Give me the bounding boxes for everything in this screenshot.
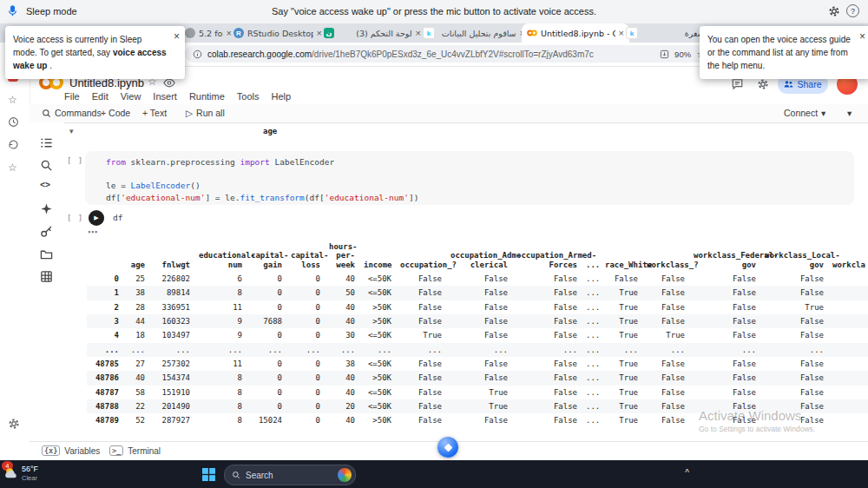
connect-button[interactable]: Connect ▾ (784, 108, 825, 118)
table-cell: False (760, 272, 828, 286)
taskbar-search[interactable]: Search (224, 465, 356, 485)
search-highlights-icon (338, 468, 352, 482)
table-cell: ... (286, 343, 325, 357)
favorites-star-icon[interactable]: ☆ (8, 94, 17, 106)
commands-button[interactable]: Commands (42, 108, 102, 118)
table-cell: ... (325, 343, 359, 357)
search-icon (232, 471, 240, 479)
table-cell: ... (582, 399, 601, 413)
menu-help[interactable]: Help (272, 91, 292, 102)
section-collapse-chevron-icon[interactable]: ▾ (69, 127, 74, 135)
tray-expand-icon[interactable]: ^ (685, 468, 689, 478)
menu-insert[interactable]: Insert (153, 91, 177, 102)
table-of-contents-icon[interactable] (40, 136, 53, 149)
browser-tab-active-colab[interactable]: Untitled8.ipynb - Colal × (522, 23, 629, 43)
secrets-key-icon[interactable] (40, 225, 53, 238)
windows-taskbar: 4 56°F Clear Search (0, 460, 868, 488)
weather-temp[interactable]: 56°F (22, 465, 38, 473)
zoom-level[interactable]: 90% (674, 49, 691, 59)
variables-button[interactable]: {x} Variables (42, 445, 100, 456)
menu-file[interactable]: File (64, 91, 80, 102)
close-icon[interactable]: × (859, 29, 865, 44)
menu-edit[interactable]: Edit (92, 91, 108, 102)
browser-tab-3[interactable]: ن لوحة التحكم (3) × (319, 23, 426, 43)
table-cell: False (642, 286, 689, 300)
table-cell: True (396, 328, 446, 342)
table-cell: False (689, 328, 760, 342)
files-folder-icon[interactable] (40, 247, 53, 260)
table-cell: False (601, 272, 642, 286)
table-cell: False (689, 286, 760, 300)
voice-settings-gear-icon[interactable] (828, 5, 840, 17)
code-cell-labelencoder[interactable]: from sklearn.preprocessing import LabelE… (85, 151, 854, 205)
table-cell: False (512, 314, 582, 328)
rail-settings-gear-icon[interactable] (8, 418, 20, 430)
table-cell: 336951 (149, 300, 194, 314)
column-header: capital- loss (286, 240, 325, 272)
voice-help-icon[interactable]: ? (846, 4, 859, 17)
table-cell: 154374 (149, 371, 194, 385)
clock-icon[interactable] (8, 116, 19, 128)
assistant-floating-button[interactable] (437, 437, 458, 458)
table-cell: >50K (359, 314, 396, 328)
table-cell: 38 (123, 286, 149, 300)
column-header: educational- num (194, 240, 247, 272)
cell-execution-indicator[interactable]: [ ] (67, 156, 83, 165)
menu-view[interactable]: View (121, 91, 141, 102)
column-header: fnlwgt (149, 240, 194, 272)
menu-runtime[interactable]: Runtime (189, 91, 225, 102)
table-cell: 15024 (247, 413, 286, 427)
table-cell: ... (123, 343, 149, 357)
settings-gear-icon[interactable] (757, 78, 769, 90)
table-cell: 287927 (149, 413, 194, 427)
table-cell: ... (512, 343, 582, 357)
table-cell: False (642, 386, 689, 399)
browser-tab-4[interactable]: k ساقوم بتحليل البيانات × (418, 23, 530, 43)
voice-guide-popup: You can open the voice access guide or t… (700, 26, 868, 79)
code-snippets-icon[interactable]: <> (40, 180, 50, 189)
code-line: df['educational-num'] = le.fit_transform… (106, 193, 854, 205)
run-all-button[interactable]: ▷ Run all (186, 108, 225, 118)
chevron-down-icon: ▾ (821, 108, 825, 118)
data-table-icon[interactable] (40, 270, 53, 283)
weather-condition[interactable]: Clear (22, 474, 37, 482)
weather-icon[interactable] (3, 466, 19, 480)
table-cell: 0 (247, 399, 286, 413)
voice-mic-icon[interactable] (6, 4, 19, 17)
table-cell: True (601, 371, 642, 385)
bookmark-star-icon[interactable]: ☆ (8, 162, 17, 174)
cell-execution-indicator[interactable]: [ ] (67, 214, 83, 222)
table-cell: 226802 (149, 272, 194, 286)
history-icon[interactable] (8, 139, 19, 150)
table-cell: False (642, 371, 689, 385)
find-replace-icon[interactable] (40, 159, 53, 172)
table-cell: 40 (325, 386, 359, 399)
menu-tools[interactable]: Tools (237, 91, 260, 102)
output-options-icon[interactable]: ⋯ (88, 227, 97, 238)
toggle-header-button[interactable]: ▾ (847, 108, 852, 118)
table-cell: 58 (123, 386, 149, 399)
code-cell-df[interactable]: df (113, 213, 122, 222)
table-cell: False (760, 328, 828, 342)
terminal-button[interactable]: >_ Terminal (109, 445, 161, 456)
table-cell: 52 (123, 413, 149, 427)
table-cell: False (642, 272, 689, 286)
site-info-icon[interactable] (193, 49, 202, 59)
url-field[interactable]: colab.research.google.com/drive/1heB7Qk6… (185, 45, 713, 63)
kaggle-favicon: k (423, 27, 435, 39)
table-cell: 40 (325, 272, 359, 286)
close-icon[interactable]: × (174, 29, 180, 44)
comment-icon[interactable] (731, 78, 744, 90)
gemini-icon[interactable] (40, 202, 53, 215)
run-cell-button[interactable]: ▶ (89, 210, 104, 226)
visibility-eye-icon[interactable] (163, 78, 175, 88)
add-code-button[interactable]: + Code (101, 108, 130, 118)
add-text-button[interactable]: + Text (142, 108, 167, 118)
code-line (106, 169, 854, 181)
browser-tab-2[interactable]: R RStudio Desktop - Pos × (228, 23, 327, 43)
install-icon[interactable] (660, 49, 669, 59)
table-cell: ... (359, 343, 396, 357)
table-cell: 0 (286, 413, 325, 427)
start-button[interactable] (202, 468, 215, 481)
table-cell: 0 (247, 357, 286, 371)
